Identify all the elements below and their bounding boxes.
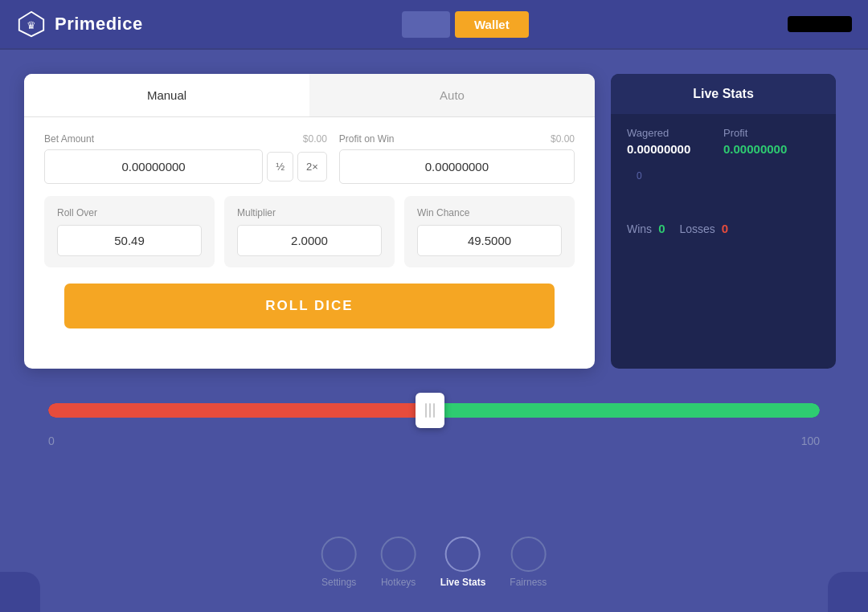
slider-track-container <box>48 393 820 428</box>
bet-amount-label: Bet Amount $0.00 <box>44 133 327 145</box>
bet-amount-input[interactable] <box>44 149 263 184</box>
profit-on-win-group: Profit on Win $0.00 <box>339 133 575 184</box>
live-stats-panel: Live Stats Wagered 0.00000000 Profit 0.0… <box>611 74 836 369</box>
tab-manual[interactable]: Manual <box>24 74 309 116</box>
nav-circle-hotkeys <box>381 537 416 572</box>
multiplier-label: Multiplier <box>237 207 382 218</box>
slider-labels: 0 100 <box>48 435 820 447</box>
nav-item-live-stats[interactable]: Live Stats <box>440 537 486 588</box>
nav-item-fairness[interactable]: Fairness <box>510 537 547 588</box>
roll-over-label: Roll Over <box>57 207 202 218</box>
losses-count: 0 <box>722 222 728 235</box>
roll-over-field: Roll Over <box>44 196 215 267</box>
logo-area: ♛ Primedice <box>16 9 143 39</box>
tab-bar: Manual Auto <box>24 74 595 117</box>
slider-max-label: 100 <box>801 435 820 447</box>
nav-item-settings[interactable]: Settings <box>321 537 357 588</box>
nav-circle-settings <box>321 537 357 572</box>
main-content: Manual Auto Bet Amount $0.00 ½ 2× <box>0 58 868 385</box>
svg-text:♛: ♛ <box>27 19 36 31</box>
live-stats-body: Wagered 0.00000000 Profit 0.00000000 0 W… <box>611 114 836 248</box>
bottom-nav: Settings Hotkeys Live Stats Fairness <box>321 537 547 588</box>
wagered-label: Wagered <box>627 127 723 139</box>
logo-icon: ♛ <box>16 9 47 39</box>
chart-zero-label: 0 <box>637 170 642 182</box>
multiplier-field: Multiplier <box>224 196 395 267</box>
wagered-profit-row: Wagered 0.00000000 Profit 0.00000000 <box>627 127 820 156</box>
user-area <box>788 16 852 32</box>
roll-over-input[interactable] <box>57 225 202 256</box>
profit-stat-label: Profit <box>723 127 820 139</box>
slider-green-zone <box>430 403 820 418</box>
nav-label-hotkeys: Hotkeys <box>381 577 416 588</box>
half-button[interactable]: ½ <box>267 152 293 182</box>
wins-label: Wins <box>627 222 652 235</box>
profit-input[interactable] <box>339 149 575 184</box>
win-chance-label: Win Chance <box>417 207 562 218</box>
slider-thumb[interactable] <box>416 393 444 428</box>
nav-label-live-stats: Live Stats <box>440 577 486 588</box>
login-button[interactable] <box>402 11 450 38</box>
win-chance-input[interactable] <box>417 225 562 256</box>
live-stats-title: Live Stats <box>627 87 820 101</box>
header-center-actions: Wallet <box>402 11 529 38</box>
app-name: Primedice <box>55 14 143 35</box>
wagered-col: Wagered 0.00000000 <box>627 127 723 156</box>
bet-form: Bet Amount $0.00 ½ 2× Profit on Win $0.0… <box>24 117 595 345</box>
bet-profit-row: Bet Amount $0.00 ½ 2× Profit on Win $0.0… <box>44 133 575 184</box>
wins-count: 0 <box>658 222 665 235</box>
wagered-value: 0.00000000 <box>627 142 723 156</box>
slider-red-zone <box>48 403 430 418</box>
dice-slider-section: 0 100 <box>0 393 868 447</box>
chart-area: 0 <box>627 164 820 212</box>
profit-stat-value: 0.00000000 <box>723 142 820 156</box>
bet-amount-group: Bet Amount $0.00 ½ 2× <box>44 133 327 184</box>
roll-multi-chance-row: Roll Over Multiplier Win Chance <box>44 196 575 267</box>
profit-label: Profit on Win $0.00 <box>339 133 575 145</box>
nav-circle-live-stats <box>445 537 481 572</box>
bet-amount-input-group: ½ 2× <box>44 149 327 184</box>
losses-label: Losses <box>679 222 714 235</box>
bet-panel: Manual Auto Bet Amount $0.00 ½ 2× <box>24 74 595 369</box>
header: ♛ Primedice Wallet <box>0 0 868 50</box>
profit-col: Profit 0.00000000 <box>723 127 820 156</box>
wallet-button[interactable]: Wallet <box>455 11 529 38</box>
live-stats-header: Live Stats <box>611 74 836 114</box>
multiplier-input[interactable] <box>237 225 382 256</box>
tab-auto[interactable]: Auto <box>309 74 595 116</box>
nav-label-fairness: Fairness <box>510 577 547 588</box>
corner-blob-right <box>828 572 868 612</box>
slider-grip-icon <box>425 403 435 418</box>
nav-label-settings: Settings <box>321 577 356 588</box>
nav-item-hotkeys[interactable]: Hotkeys <box>381 537 416 588</box>
slider-min-label: 0 <box>48 435 55 447</box>
corner-blob-left <box>0 572 40 612</box>
nav-circle-fairness <box>510 537 546 572</box>
double-button[interactable]: 2× <box>297 152 327 182</box>
roll-dice-button[interactable]: ROLL DICE <box>64 284 555 328</box>
win-chance-field: Win Chance <box>404 196 575 267</box>
wins-losses-row: Wins 0 Losses 0 <box>627 222 820 235</box>
